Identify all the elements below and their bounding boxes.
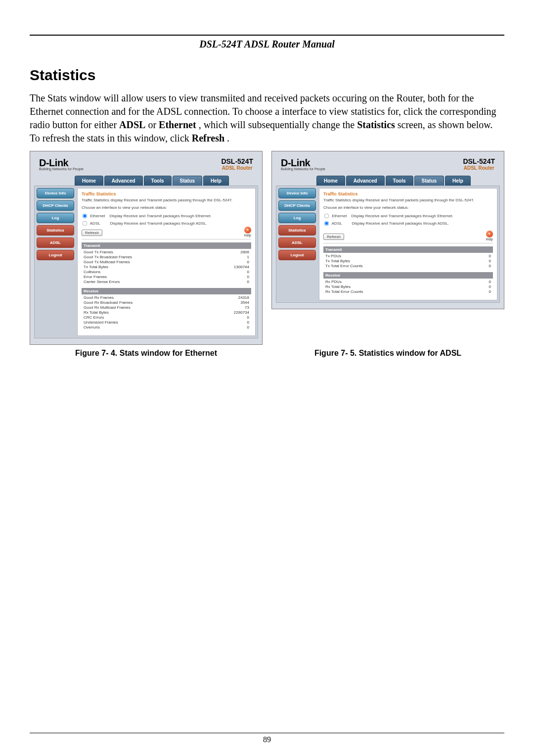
tab-advanced[interactable]: Advanced — [346, 176, 385, 186]
captions-row: Figure 7- 4. Stats window for Ethernet F… — [30, 345, 504, 358]
refresh-button[interactable]: Refresh — [323, 234, 344, 240]
figure-caption-left: Figure 7- 4. Stats window for Ethernet — [30, 349, 263, 358]
bold-ethernet: Ethernet — [159, 119, 196, 130]
plus-icon: + — [244, 227, 251, 234]
help-icon[interactable]: + Help — [244, 227, 251, 237]
stat-value: 2280734 — [225, 310, 249, 315]
stat-label: Good Tx Multicast Frames — [84, 260, 217, 264]
paragraph-text: or — [148, 119, 159, 130]
stat-value: 0 — [225, 280, 249, 284]
stat-value: 1 — [225, 255, 249, 259]
tab-help[interactable]: Help — [445, 176, 471, 186]
sidebar-item-logout[interactable]: Logout — [278, 250, 316, 260]
sidebar-item-log[interactable]: Log — [37, 213, 74, 223]
stat-value: 0 — [225, 315, 249, 320]
stat-value: 3544 — [225, 300, 249, 305]
tab-status[interactable]: Status — [414, 176, 445, 186]
brand-bar: D-Link Building Networks for People DSL-… — [34, 155, 258, 174]
sidebar-item-device-info[interactable]: Device Info — [37, 188, 74, 198]
page-number: 89 — [0, 735, 534, 744]
stat-label: Good Rx Broadcast Frames — [84, 300, 217, 305]
radio-adsl[interactable] — [324, 221, 329, 226]
sidebar-item-statistics[interactable]: Statistics — [37, 225, 74, 236]
adsl-screenshot: D-Link Building Networks for People DSL-… — [271, 151, 504, 309]
tab-advanced[interactable]: Advanced — [104, 176, 143, 186]
transmit-header: Transmit — [323, 246, 493, 253]
sidebar-item-adsl[interactable]: ADSL — [37, 237, 74, 248]
stat-label: Collisions — [84, 270, 217, 274]
sidebar-item-dhcp-clients[interactable]: DHCP Clients — [278, 200, 316, 211]
sidebar-item-logout[interactable]: Logout — [37, 250, 74, 260]
radio-adsl[interactable] — [83, 221, 88, 226]
radio-row-ethernet: Ethernet Display Receive and Transmit pa… — [323, 213, 493, 219]
ethernet-screenshot: D-Link Building Networks for People DSL-… — [30, 151, 263, 345]
plus-icon: + — [486, 231, 493, 237]
radio-ethernet-label: Ethernet — [90, 214, 105, 218]
bold-refresh: Refresh — [192, 133, 224, 143]
stat-label: Good Rx Frames — [84, 295, 217, 300]
stat-value: 0 — [467, 284, 491, 289]
stat-value: 0 — [467, 264, 491, 268]
stat-value: 0 — [467, 280, 491, 284]
paragraph-text: , which will subsequentially change the — [199, 119, 357, 130]
radio-adsl-desc: Display Receive and Transmit packages th… — [352, 221, 449, 226]
sidebar-item-log[interactable]: Log — [278, 213, 316, 223]
radio-adsl-desc: Display Receive and Transmit packages th… — [110, 221, 207, 226]
refresh-button[interactable]: Refresh — [82, 230, 102, 236]
stat-label: Good Rx Multicast Frames — [84, 305, 217, 310]
tab-tools[interactable]: Tools — [144, 176, 172, 186]
pane-intro: Traffic Statistics display Receive and T… — [323, 198, 493, 202]
help-label: Help — [486, 237, 493, 241]
main-pane-ethernet: Traffic Statistics Traffic Statistics di… — [77, 188, 256, 336]
section-heading: Statistics — [30, 67, 504, 84]
tab-help[interactable]: Help — [203, 176, 229, 186]
stat-label: Rx PDUs — [325, 280, 458, 284]
sidebar-item-dhcp-clients[interactable]: DHCP Clients — [37, 200, 74, 211]
stat-value: 0 — [225, 270, 249, 274]
sidebar: Device Info DHCP Clients Log Statistics … — [37, 188, 74, 336]
tab-home[interactable]: Home — [75, 176, 103, 186]
radio-adsl-label: ADSL — [332, 221, 342, 226]
radio-ethernet-label: Ethernet — [332, 214, 347, 218]
tab-tools[interactable]: Tools — [386, 176, 413, 186]
stat-value: 0 — [467, 259, 491, 263]
document-page: DSL-524T ADSL Router Manual Statistics T… — [0, 0, 534, 756]
tab-row: Home Advanced Tools Status Help — [316, 176, 500, 186]
brand-logo: D-Link — [39, 157, 68, 168]
stat-label: Good Tx Broadcast Frames — [84, 255, 217, 259]
pane-title: Traffic Statistics — [82, 191, 251, 196]
sidebar-item-device-info[interactable]: Device Info — [278, 188, 316, 198]
stat-label: Tx Total Bytes — [84, 265, 217, 269]
radio-ethernet-desc: Display Receive and Transmit packages th… — [109, 214, 211, 218]
divider — [82, 239, 251, 239]
divider — [323, 243, 493, 243]
sidebar-item-statistics[interactable]: Statistics — [278, 225, 316, 236]
sidebar-item-adsl[interactable]: ADSL — [278, 237, 316, 248]
sidebar: Device Info DHCP Clients Log Statistics … — [278, 188, 316, 300]
stat-label: Good Tx Frames — [84, 250, 217, 254]
device-sub: ADSL Router — [221, 165, 253, 171]
radio-ethernet[interactable] — [324, 214, 329, 219]
brand-bar: D-Link Building Networks for People DSL-… — [276, 155, 500, 174]
radio-row-ethernet: Ethernet Display Receive and Transmit pa… — [82, 213, 251, 219]
stat-label: Carrier Sense Errors — [84, 280, 217, 284]
transmit-header: Transmit — [82, 242, 251, 249]
stat-label: Tx Total Error Counts — [325, 264, 458, 268]
transmit-stats: Good Tx Frames 2808 Good Tx Broadcast Fr… — [82, 249, 251, 285]
stat-label: Rx Total Bytes — [325, 284, 458, 289]
pane-choose: Choose an interface to view your network… — [82, 205, 251, 210]
tab-home[interactable]: Home — [316, 176, 345, 186]
receive-stats: Rx PDUs 0 Rx Total Bytes 0 Rx Total Erro… — [323, 279, 493, 295]
receive-header: Receive — [323, 272, 493, 279]
main-pane-adsl: Traffic Statistics Traffic Statistics di… — [319, 188, 497, 300]
stat-value: 2808 — [225, 250, 249, 254]
figure-caption-right: Figure 7- 5. Statistics window for ADSL — [271, 349, 504, 358]
radio-ethernet[interactable] — [83, 214, 88, 219]
help-icon[interactable]: + Help — [486, 231, 493, 241]
radio-row-adsl: ADSL Display Receive and Transmit packag… — [323, 220, 493, 227]
brand-logo: D-Link — [281, 157, 310, 168]
radio-ethernet-desc: Display Receive and Transmit packages th… — [351, 214, 453, 218]
pane-intro: Traffic Statistics display Receive and T… — [82, 198, 251, 202]
header-rule — [30, 35, 504, 36]
tab-status[interactable]: Status — [173, 176, 203, 186]
